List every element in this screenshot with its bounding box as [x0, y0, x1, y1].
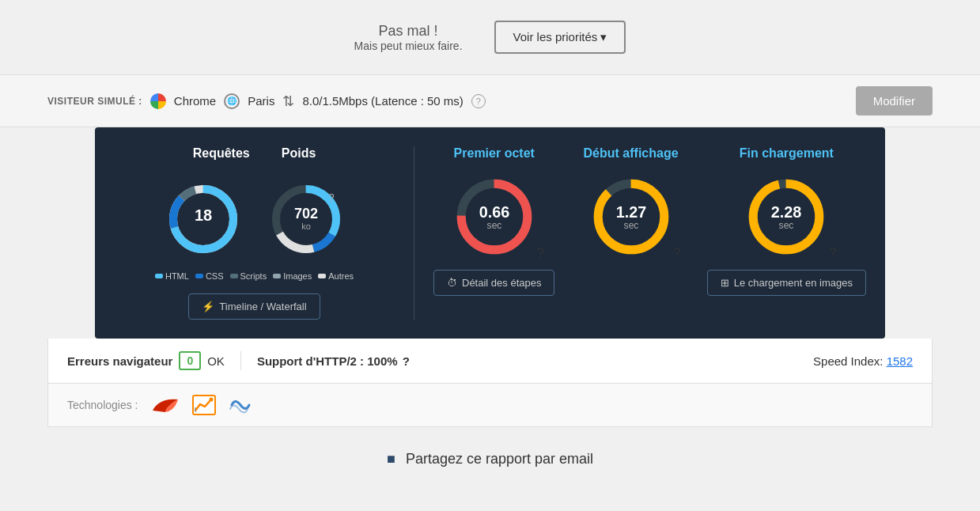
- help-icon[interactable]: ?: [471, 94, 486, 108]
- fin-chargement-metric: Fin chargement 2.28 sec ? ⊞ Le chargemen…: [707, 146, 866, 320]
- fin-chargement-gauge-wrap: 2.28 sec ?: [743, 173, 830, 263]
- legend-css-label: CSS: [206, 271, 224, 281]
- legend-css: CSS: [195, 271, 224, 281]
- requetes-title: Requêtes: [193, 146, 250, 161]
- tech-wave-icon: [229, 395, 252, 415]
- poids-help[interactable]: ?: [328, 191, 335, 204]
- chargement-label: Le chargement en images: [734, 277, 853, 289]
- svg-point-21: [209, 398, 213, 402]
- erreurs-label: Erreurs navigateur: [67, 354, 172, 368]
- error-section: Erreurs navigateur 0 OK: [67, 351, 225, 370]
- debut-affichage-gauge-wrap: 1.27 sec ?: [588, 173, 675, 263]
- left-section: Requêtes Poids 18: [114, 146, 414, 320]
- speed-index-value[interactable]: 1582: [887, 354, 913, 368]
- browser-name: Chrome: [174, 94, 216, 108]
- detail-button[interactable]: ⏱ Détail des étapes: [433, 270, 554, 296]
- chargement-button[interactable]: ⊞ Le chargement en images: [707, 270, 866, 296]
- bottom-bar: Erreurs navigateur 0 OK Support d'HTTP/2…: [47, 339, 933, 384]
- partagez-section: Partagez ce rapport par email: [0, 427, 980, 491]
- premier-octet-title: Premier octet: [454, 146, 535, 161]
- visitor-bar: VISITEUR SIMULÉ : Chrome 🌐 Paris ⇅ 8.0/1…: [0, 75, 980, 127]
- pas-mal-text: Pas mal !: [354, 23, 463, 40]
- timeline-icon: ⚡: [202, 301, 214, 312]
- timeline-button[interactable]: ⚡ Timeline / Waterfall: [188, 293, 320, 320]
- legend-scripts: Scripts: [230, 271, 267, 281]
- legend-scripts-label: Scripts: [240, 271, 267, 281]
- chargement-btn-wrapper: ⊞ Le chargement en images: [707, 270, 866, 296]
- fin-chargement-donut: 2.28 sec: [743, 173, 830, 260]
- http2-section: Support d'HTTP/2 : 100% ?: [257, 354, 410, 368]
- timeline-btn-wrapper: ⚡ Timeline / Waterfall: [114, 293, 395, 320]
- legend-html-label: HTML: [165, 271, 189, 281]
- debut-affichage-title: Début affichage: [584, 146, 679, 161]
- poids-value: 702: [293, 206, 317, 221]
- mais-text: Mais peut mieux faire.: [354, 40, 463, 52]
- http2-label: Support d'HTTP/2 : 100%: [257, 354, 398, 368]
- tech-ruby-icon: [151, 396, 180, 414]
- right-section: Premier octet 0.66 sec ? ⏱ Détail des ét…: [414, 146, 866, 320]
- tech-label: Technologies :: [67, 399, 138, 411]
- fin-chargement-title: Fin chargement: [740, 146, 834, 161]
- svg-text:0.66: 0.66: [479, 203, 509, 221]
- svg-text:sec: sec: [779, 220, 794, 231]
- poids-gauge: 702 ko ?: [267, 180, 346, 259]
- voir-priorites-button[interactable]: Voir les priorités ▾: [494, 21, 626, 54]
- erreurs-ok: OK: [207, 354, 225, 368]
- svg-text:1.27: 1.27: [615, 203, 646, 221]
- erreurs-badge: 0: [179, 351, 201, 370]
- debut-affichage-donut: 1.27 sec: [588, 173, 675, 260]
- detail-icon: ⏱: [447, 277, 457, 289]
- poids-donut: 702 ko ?: [267, 180, 346, 259]
- legend: HTML CSS Scripts Images Autres: [114, 271, 395, 281]
- modifier-button[interactable]: Modifier: [856, 86, 933, 115]
- premier-octet-metric: Premier octet 0.66 sec ? ⏱ Détail des ét…: [433, 146, 554, 320]
- poids-unit: ko: [301, 221, 311, 231]
- location-text: Paris: [248, 94, 274, 108]
- debut-affichage-metric: Début affichage 1.27 sec ?: [570, 146, 691, 320]
- fin-chargement-help[interactable]: ?: [829, 246, 836, 260]
- globe-icon: 🌐: [224, 93, 240, 109]
- svg-text:sec: sec: [623, 220, 638, 231]
- legend-scripts-dot: [230, 274, 238, 278]
- main-panel-wrapper: Requêtes Poids 18: [47, 127, 933, 339]
- legend-css-dot: [195, 274, 203, 278]
- legend-autres: Autres: [318, 271, 354, 281]
- legend-html: HTML: [155, 271, 189, 281]
- main-panel: Requêtes Poids 18: [95, 127, 885, 339]
- detail-label: Détail des étapes: [462, 277, 541, 289]
- divider-1: [240, 351, 241, 370]
- tech-analytics-icon: [192, 395, 216, 415]
- speed-text: 8.0/1.5Mbps (Latence : 50 ms): [302, 94, 463, 108]
- legend-images: Images: [273, 271, 312, 281]
- legend-autres-dot: [318, 274, 326, 278]
- top-bar: Pas mal ! Mais peut mieux faire. Voir le…: [0, 0, 980, 75]
- requetes-value: 18: [194, 206, 211, 224]
- legend-images-dot: [273, 274, 281, 278]
- left-gauges: 18 702 ko ?: [114, 180, 395, 259]
- legend-autres-label: Autres: [328, 271, 354, 281]
- timeline-label: Timeline / Waterfall: [219, 301, 306, 312]
- svg-text:2.28: 2.28: [771, 203, 802, 221]
- premier-octet-donut: 0.66 sec: [451, 173, 538, 260]
- chrome-icon: [150, 93, 166, 109]
- http2-help-icon[interactable]: ?: [403, 354, 410, 368]
- legend-html-dot: [155, 274, 163, 278]
- visitor-label: VISITEUR SIMULÉ :: [47, 96, 142, 107]
- premier-octet-help[interactable]: ?: [537, 246, 544, 260]
- premier-octet-gauge-wrap: 0.66 sec ?: [451, 173, 538, 263]
- partagez-text: Partagez ce rapport par email: [406, 451, 593, 467]
- poids-title: Poids: [282, 146, 316, 161]
- detail-btn-wrapper: ⏱ Détail des étapes: [433, 270, 554, 296]
- speed-index-section: Speed Index: 1582: [813, 354, 913, 368]
- legend-images-label: Images: [283, 271, 312, 281]
- speed-arrows-icon: ⇅: [282, 93, 294, 110]
- requetes-donut: 18: [164, 180, 243, 259]
- speed-index-label: Speed Index:: [813, 354, 883, 368]
- svg-text:sec: sec: [486, 220, 501, 231]
- chargement-icon: ⊞: [721, 277, 729, 289]
- tech-bar: Technologies :: [47, 384, 933, 427]
- debut-affichage-help[interactable]: ?: [674, 246, 681, 260]
- requetes-gauge: 18: [164, 180, 243, 259]
